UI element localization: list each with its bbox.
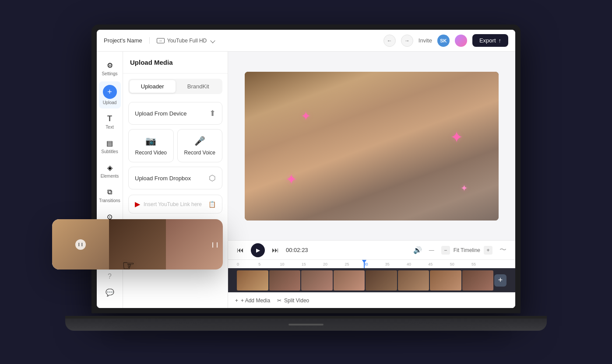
video-frame: ✦ ✦ ✦ ✦ — [245, 72, 499, 220]
timeline-thumb-6 — [398, 270, 429, 290]
ruler-mark-55: 55 — [471, 262, 476, 266]
transitions-label: Transitions — [99, 198, 120, 203]
sidebar-item-upload[interactable]: + Upload — [99, 81, 121, 108]
sidebar-item-transitions[interactable]: ⧉ Transitions — [99, 184, 121, 206]
split-icon: ✂ — [277, 298, 281, 304]
ruler-mark-50: 50 — [450, 262, 454, 266]
record-video-button[interactable]: 📷 Record Video — [128, 129, 174, 162]
sidebar-icons: ⚙ Settings + Upload T Text ▤ Subtitles — [97, 52, 123, 308]
upload-from-device-label: Upload From Device — [135, 110, 187, 117]
upload-label: Upload — [103, 100, 117, 105]
laptop-bezel: Project's Name ▭ YouTube Full HD ← → Inv… — [91, 24, 521, 313]
split-video-button[interactable]: ✂ Split Video — [277, 298, 309, 304]
avatar-photo — [455, 35, 467, 47]
timeline-thumb-2 — [269, 270, 301, 290]
record-options: 📷 Record Video 🎤 Record Voice — [128, 129, 222, 162]
dropbox-icon: ⬡ — [209, 173, 216, 183]
time-display: 00:02:23 — [286, 247, 308, 253]
youtube-icon: ▶ — [135, 200, 140, 208]
ruler-mark-25: 25 — [345, 262, 349, 266]
undo-button[interactable]: ← — [383, 35, 396, 47]
record-voice-label: Record Voice — [184, 150, 215, 156]
sidebar-item-elements[interactable]: ◈ Elements — [99, 159, 121, 182]
fit-timeline-label: Fit Timeline — [454, 247, 480, 253]
upload-device-icon: ⬆ — [209, 108, 216, 118]
youtube-placeholder: Insert YouTube Link here — [144, 201, 202, 207]
add-media-button[interactable]: + + Add Media — [235, 298, 270, 304]
floating-thumbnails-panel: ❙❙ ❙❙ ☞ — [52, 219, 223, 270]
chevron-down-icon — [211, 38, 215, 43]
sidebar-item-subtitles[interactable]: ▤ Subtitles — [99, 135, 121, 158]
text-label: Text — [106, 125, 113, 130]
tab-uploader[interactable]: Uploader — [130, 80, 176, 93]
fast-forward-button[interactable]: ⏭ — [272, 246, 279, 254]
transitions-icon: ⧉ — [105, 187, 115, 197]
redo-button[interactable]: → — [401, 35, 413, 47]
floating-thumb-2 — [109, 219, 166, 270]
resolution-badge[interactable]: ▭ YouTube Full HD — [150, 38, 222, 44]
chat-icon[interactable]: 💬 — [103, 285, 117, 299]
upload-from-dropbox-button[interactable]: Upload From Dropbox ⬡ — [128, 167, 222, 189]
youtube-input-area[interactable]: ▶ Insert YouTube Link here 📋 — [128, 195, 222, 214]
elements-label: Elements — [101, 174, 119, 178]
ruler-mark-15: 15 — [302, 262, 306, 266]
microphone-icon: 🎤 — [194, 136, 205, 146]
timeline-action-bar: + + Add Media ✂ Split Video — [228, 292, 515, 308]
tab-switcher: Uploader BrandKit — [128, 79, 222, 94]
subtitles-icon: ▤ — [105, 138, 115, 148]
project-name[interactable]: Project's Name — [104, 37, 150, 44]
ruler-mark-10: 10 — [280, 262, 285, 266]
timeline-thumb-3 — [301, 270, 333, 290]
top-bar: Project's Name ▭ YouTube Full HD ← → Inv… — [97, 30, 515, 52]
record-video-label: Record Video — [135, 150, 167, 156]
ruler-marks-container: 0 5 10 15 20 25 30 35 40 45 50 55 — [237, 260, 506, 268]
help-icon[interactable]: ? — [103, 270, 117, 284]
add-media-label: + Add Media — [241, 298, 270, 304]
floating-thumb-3: ❙❙ — [166, 219, 223, 270]
timeline-ruler: 0 5 10 15 20 25 30 35 40 45 50 55 — [228, 259, 515, 268]
upload-from-device-button[interactable]: Upload From Device ⬆ — [128, 102, 222, 125]
zoom-in-button[interactable]: + — [484, 246, 492, 255]
upload-circle-icon: + — [103, 85, 117, 99]
video-camera-icon: 📷 — [145, 136, 156, 146]
floating-thumb-1: ❙❙ — [52, 219, 109, 270]
sidebar-item-settings[interactable]: ⚙ Settings — [99, 57, 121, 80]
sparkle-1: ✦ — [301, 109, 311, 123]
subtitles-label: Subtitles — [101, 149, 118, 154]
rewind-button[interactable]: ⏮ — [237, 246, 244, 254]
export-button[interactable]: Export ↑ — [472, 34, 508, 47]
play-button[interactable]: ▶ — [251, 243, 265, 257]
laptop-wrapper: Project's Name ▭ YouTube Full HD ← → Inv… — [65, 24, 547, 340]
sidebar-item-text[interactable]: T Text — [99, 110, 121, 133]
upload-from-dropbox-label: Upload From Dropbox — [135, 175, 191, 182]
invite-button[interactable]: Invite — [419, 37, 432, 44]
sparkle-4: ✦ — [461, 183, 468, 193]
record-voice-button[interactable]: 🎤 Record Voice — [177, 129, 223, 162]
add-to-timeline-button[interactable]: + — [494, 274, 506, 287]
resolution-icon: ▭ — [157, 38, 165, 43]
fit-timeline-controls: − Fit Timeline + — [441, 246, 492, 255]
volume-button[interactable]: 🔊 — [413, 246, 422, 254]
laptop-shadow — [109, 331, 503, 340]
sparkle-3: ✦ — [285, 171, 297, 188]
trackpad-notch — [288, 324, 324, 326]
text-icon: T — [105, 114, 115, 123]
upload-panel: Upload Media Uploader BrandKit Upload Fr… — [123, 52, 228, 308]
ruler-mark-0: 0 — [237, 262, 239, 266]
waveform-icon: 〜 — [499, 245, 506, 255]
preview-area: ✦ ✦ ✦ ✦ ⏮ ▶ ⏭ 00:02:23 🔊 — [228, 52, 515, 308]
pause-indicator-1: ❙❙ — [75, 239, 86, 250]
ruler-mark-35: 35 — [385, 262, 390, 266]
bottom-sidebar-icons: ? 💬 — [103, 270, 117, 303]
add-media-icon: + — [235, 298, 238, 304]
tab-brandkit[interactable]: BrandKit — [176, 80, 222, 93]
split-video-label: Split Video — [284, 298, 309, 304]
timeline-thumb-5 — [366, 270, 397, 290]
main-content: ⚙ Settings + Upload T Text ▤ Subtitles — [97, 52, 515, 308]
cursor-hand-icon: ☞ — [122, 257, 135, 270]
ruler-mark-45: 45 — [428, 262, 433, 266]
ruler-mark-40: 40 — [407, 262, 411, 266]
dash-separator: — — [429, 247, 434, 253]
avatar-sk: SK — [437, 35, 450, 47]
zoom-out-button[interactable]: − — [441, 246, 450, 255]
